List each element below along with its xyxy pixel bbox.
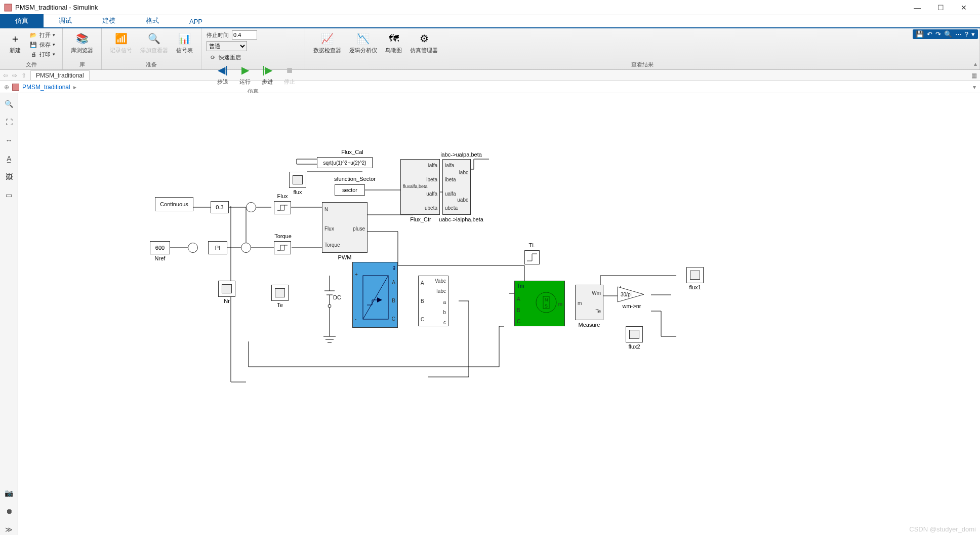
scope-te[interactable]	[271, 285, 289, 301]
minimize-button[interactable]: —	[910, 4, 924, 12]
scope-nr[interactable]	[218, 281, 235, 297]
arrows-icon[interactable]: ↔	[4, 135, 15, 146]
nav-menu-icon[interactable]: ▦	[971, 72, 977, 79]
motor-block[interactable]: Tm A B C m NS	[514, 281, 565, 326]
scope-flux[interactable]	[289, 172, 306, 188]
pwm-block[interactable]: N Flux Torque pluse	[322, 202, 368, 253]
signal-table-button[interactable]: 📊信号表	[173, 30, 196, 55]
sector-block[interactable]: sector	[335, 184, 365, 196]
close-button[interactable]: ✕	[957, 4, 971, 12]
measure2-block[interactable]: m Wm Te	[575, 285, 603, 320]
add-viewer-button[interactable]: 🔍添加查看器	[137, 30, 171, 55]
logic-analyzer-button[interactable]: 📉逻辑分析仪	[346, 30, 380, 55]
maximize-button[interactable]: ☐	[933, 4, 948, 12]
restart-icon: ⟳	[209, 53, 217, 61]
save-button[interactable]: 💾保存▾	[27, 40, 57, 49]
file-group-label: 文件	[5, 60, 57, 68]
redo-icon[interactable]: ↷	[935, 30, 941, 38]
print-button[interactable]: 🖨打印▾	[27, 50, 57, 59]
dc-source[interactable]	[319, 276, 340, 353]
titlebar: PMSM_traditional - Simulink — ☐ ✕	[0, 0, 980, 15]
gain-text: 30/pi	[621, 292, 632, 297]
undo-icon[interactable]: ↶	[927, 30, 932, 38]
open-button[interactable]: 📂打开▾	[27, 30, 57, 40]
stoptime-input[interactable]	[232, 30, 257, 40]
svg-line-11	[363, 276, 388, 319]
step-back-button[interactable]: ◀|步退	[213, 62, 233, 87]
nav-up-icon[interactable]: ⇧	[21, 72, 26, 79]
nav-back-icon[interactable]: ⇦	[3, 72, 8, 79]
hyst-torque-block[interactable]	[274, 241, 291, 254]
save-quick-icon[interactable]: 💾	[916, 30, 924, 38]
window-title: PMSM_traditional - Simulink	[15, 4, 910, 11]
log-signal-button[interactable]: 📶记录信号	[107, 30, 135, 55]
fast-restart-button[interactable]: ⟳快速重启	[207, 53, 300, 62]
data-inspector-button[interactable]: 📈数据检查器	[310, 30, 344, 55]
viewer-icon: 🔍	[147, 31, 161, 46]
scope-flux1[interactable]	[686, 267, 704, 283]
const03-block[interactable]: 0.3	[211, 201, 229, 213]
scope-flux2[interactable]	[626, 326, 643, 342]
powergui-block[interactable]: Continuous	[155, 197, 193, 211]
fit-icon[interactable]: ⛶	[4, 117, 15, 128]
step-icon	[525, 251, 539, 264]
fluxcal-title: Flux_Cal	[327, 149, 378, 155]
nav-fwd-icon[interactable]: ⇨	[12, 72, 17, 79]
image-icon[interactable]: 🖼	[4, 171, 15, 182]
wires	[18, 93, 980, 535]
model-tab[interactable]: PMSM_traditional	[30, 70, 90, 80]
pin-icon[interactable]: ≫	[4, 524, 15, 535]
text-icon[interactable]: A̲	[4, 153, 15, 164]
bird-view-button[interactable]: 🗺鸟瞰图	[382, 30, 405, 55]
tab-app[interactable]: APP	[174, 16, 218, 27]
scope-te-label: Te	[270, 302, 290, 308]
hyst-flux-block[interactable]	[274, 201, 291, 214]
lib-browser-button[interactable]: 📚 库浏览器	[68, 30, 96, 55]
nref-const-block[interactable]: 600	[150, 241, 170, 254]
sim-manager-button[interactable]: ⚙仿真管理器	[407, 30, 441, 55]
fluxctr-o2: ibeta	[426, 177, 437, 182]
bc-root[interactable]: PMSM_traditional	[22, 84, 70, 91]
bird-icon: 🗺	[387, 31, 401, 46]
stop-button[interactable]: ■停止	[279, 62, 300, 87]
bc-dropdown-icon[interactable]: ▾	[973, 84, 976, 91]
gain-block[interactable]: 30/pi	[617, 286, 645, 304]
run-button[interactable]: ▶运行	[235, 62, 255, 87]
mode-select[interactable]: 普通	[207, 41, 247, 51]
svg-point-5	[328, 304, 331, 308]
record-icon[interactable]: ⏺	[4, 506, 15, 517]
bc-expand-icon[interactable]: ⊕	[4, 84, 9, 91]
fluxcal-expr: sqrt(u(1)^2+u(2)^2)	[323, 160, 366, 166]
search-icon[interactable]: 🔍	[944, 30, 952, 38]
ribbon-expand-icon[interactable]: ▴	[974, 60, 977, 67]
fluxcal-block[interactable]: sqrt(u(1)^2+u(2)^2)	[317, 157, 373, 168]
tab-debug[interactable]: 调试	[44, 14, 87, 27]
tab-model[interactable]: 建模	[87, 14, 131, 27]
new-button[interactable]: ＋ 新建	[5, 30, 25, 55]
blank-icon[interactable]: ▭	[4, 189, 15, 201]
canvas[interactable]: Continuous 600 Nref 0.3 PI Flux Torque F	[18, 93, 980, 535]
screenshot-icon[interactable]: 📷	[4, 487, 15, 499]
sum-torque[interactable]	[241, 243, 251, 253]
more-icon[interactable]: ⋯	[955, 30, 962, 38]
help-icon[interactable]: ?	[965, 30, 968, 38]
sum-speed[interactable]	[188, 243, 198, 253]
iabc-block[interactable]: ialfa ibeta ualfa ubeta iabc uabc	[442, 159, 471, 215]
tl-step-block[interactable]	[524, 250, 540, 264]
zoom-icon[interactable]: 🔍	[4, 98, 15, 109]
sum-flux[interactable]	[246, 202, 256, 212]
sfunc-title: sfunction_Sector	[327, 176, 383, 182]
tab-format[interactable]: 格式	[131, 14, 174, 27]
step-fwd-button[interactable]: |▶步进	[257, 62, 277, 87]
fluxctr-block[interactable]: fluxalfa,beta ialfa ibeta ualfa ubeta	[400, 159, 440, 215]
stop-icon: ■	[282, 63, 297, 77]
ribbon-tabs: 仿真 调试 建模 格式 APP	[0, 15, 980, 28]
motor-m: m	[558, 301, 562, 307]
palette: 🔍 ⛶ ↔ A̲ 🖼 ▭ 📷 ⏺ ≫	[0, 93, 18, 535]
dropdown-icon[interactable]: ▾	[971, 30, 975, 38]
meas-block[interactable]: A B C Vabc Iabc a b c	[418, 276, 448, 326]
inverter-block[interactable]: g A B C + -	[352, 262, 398, 328]
pi-block[interactable]: PI	[208, 241, 227, 254]
tab-sim[interactable]: 仿真	[0, 14, 44, 27]
inspector-icon: 📈	[320, 31, 335, 46]
